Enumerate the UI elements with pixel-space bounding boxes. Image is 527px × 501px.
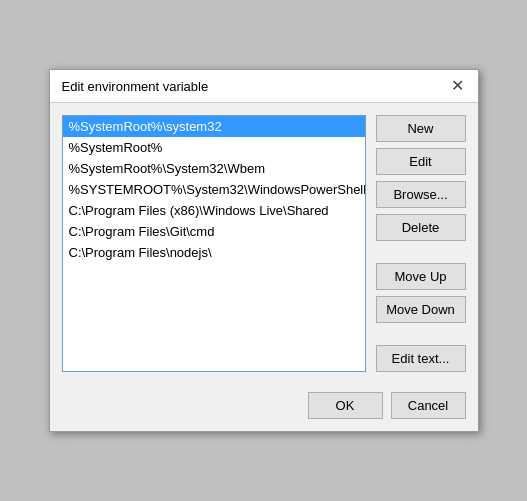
- list-item[interactable]: %SystemRoot%: [63, 137, 365, 158]
- env-var-list[interactable]: %SystemRoot%\system32%SystemRoot%%System…: [62, 115, 366, 372]
- browse-button[interactable]: Browse...: [376, 181, 466, 208]
- title-bar: Edit environment variable ✕: [50, 70, 478, 103]
- list-item[interactable]: %SystemRoot%\System32\Wbem: [63, 158, 365, 179]
- list-item[interactable]: C:\Program Files\Git\cmd: [63, 221, 365, 242]
- dialog-footer: OK Cancel: [50, 384, 478, 431]
- list-item[interactable]: %SystemRoot%\system32: [63, 116, 365, 137]
- action-buttons-panel: New Edit Browse... Delete Move Up Move D…: [376, 115, 466, 372]
- dialog-title: Edit environment variable: [62, 79, 209, 94]
- edit-env-var-dialog: Edit environment variable ✕ %SystemRoot%…: [49, 69, 479, 432]
- edit-button[interactable]: Edit: [376, 148, 466, 175]
- list-item[interactable]: %SYSTEMROOT%\System32\WindowsPowerShell\…: [63, 179, 365, 200]
- ok-button[interactable]: OK: [308, 392, 383, 419]
- move-down-button[interactable]: Move Down: [376, 296, 466, 323]
- close-button[interactable]: ✕: [449, 78, 466, 94]
- list-item[interactable]: C:\Program Files\nodejs\: [63, 242, 365, 263]
- delete-button[interactable]: Delete: [376, 214, 466, 241]
- edit-text-button[interactable]: Edit text...: [376, 345, 466, 372]
- list-item[interactable]: C:\Program Files (x86)\Windows Live\Shar…: [63, 200, 365, 221]
- move-up-button[interactable]: Move Up: [376, 263, 466, 290]
- dialog-content: %SystemRoot%\system32%SystemRoot%%System…: [50, 103, 478, 384]
- new-button[interactable]: New: [376, 115, 466, 142]
- cancel-button[interactable]: Cancel: [391, 392, 466, 419]
